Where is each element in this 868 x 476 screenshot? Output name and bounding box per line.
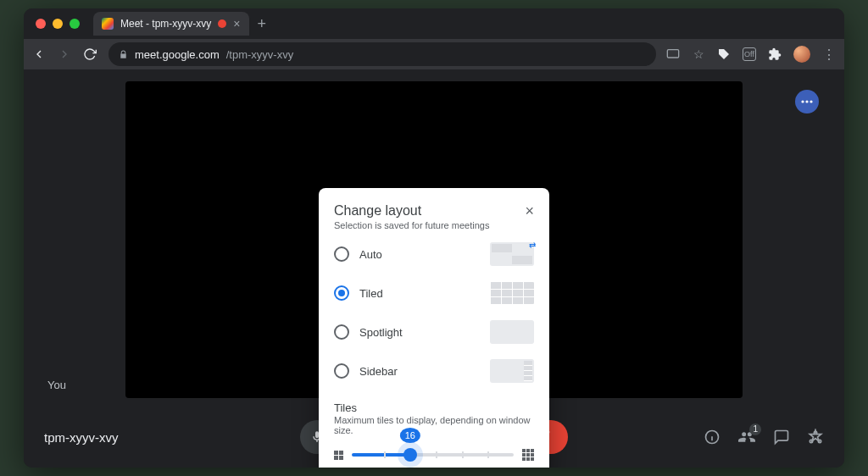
layout-label-auto: Auto bbox=[359, 248, 480, 261]
meeting-code: tpm-xyyv-xvy bbox=[44, 430, 119, 445]
participant-count-badge: 1 bbox=[749, 423, 761, 435]
slider-thumb[interactable] bbox=[398, 442, 423, 468]
radio-sidebar[interactable] bbox=[334, 363, 349, 379]
extensions-puzzle-icon[interactable] bbox=[768, 47, 782, 61]
extension-tag-icon[interactable] bbox=[717, 47, 731, 61]
tiles-heading: Tiles bbox=[334, 401, 534, 414]
right-controls: 1 bbox=[704, 429, 824, 446]
grid-small-icon bbox=[334, 451, 343, 460]
reload-button[interactable] bbox=[83, 47, 98, 61]
address-bar[interactable]: meet.google.com/tpm-xyyv-xvy bbox=[108, 42, 656, 66]
browser-window: Meet - tpm-xyyv-xvy × + meet.google.com/… bbox=[24, 8, 844, 468]
svg-point-2 bbox=[805, 100, 808, 102]
forward-button[interactable] bbox=[58, 47, 73, 61]
layout-label-sidebar: Sidebar bbox=[359, 365, 480, 378]
svg-rect-0 bbox=[667, 50, 678, 58]
preview-auto-icon: ⇄ bbox=[490, 242, 534, 266]
chat-button[interactable] bbox=[773, 429, 790, 446]
tab-close-button[interactable]: × bbox=[233, 17, 240, 30]
radio-auto[interactable] bbox=[334, 246, 349, 262]
grid-large-icon bbox=[522, 449, 534, 461]
activities-button[interactable] bbox=[807, 429, 824, 446]
meet-favicon-icon bbox=[102, 18, 114, 30]
radio-spotlight[interactable] bbox=[334, 324, 349, 340]
install-pwa-icon[interactable] bbox=[666, 47, 680, 61]
layout-option-spotlight[interactable]: Spotlight bbox=[334, 320, 534, 344]
meet-app: You tpm-xyyv-xvy bbox=[24, 69, 844, 468]
layout-options: Auto ⇄ Tiled Spotlight Sidebar bbox=[334, 242, 534, 383]
people-button[interactable]: 1 bbox=[737, 429, 756, 446]
more-options-chip[interactable] bbox=[795, 90, 819, 113]
dialog-title: Change layout bbox=[334, 203, 489, 219]
preview-sidebar-icon bbox=[490, 359, 534, 383]
preview-spotlight-icon bbox=[490, 320, 534, 344]
svg-point-3 bbox=[810, 100, 812, 102]
new-tab-button[interactable]: + bbox=[258, 15, 267, 33]
bookmark-star-icon[interactable]: ☆ bbox=[692, 47, 705, 61]
lock-icon bbox=[119, 50, 128, 59]
chrome-menu-button[interactable]: ⋮ bbox=[822, 47, 836, 63]
meeting-details-button[interactable] bbox=[704, 429, 721, 446]
svg-point-1 bbox=[801, 100, 804, 102]
self-view-label: You bbox=[47, 379, 66, 391]
preview-tiled-icon bbox=[490, 281, 534, 305]
slider-value-bubble: 16 bbox=[400, 428, 420, 443]
browser-toolbar: meet.google.com/tpm-xyyv-xvy ☆ Off ⋮ bbox=[24, 39, 844, 69]
layout-option-tiled[interactable]: Tiled bbox=[334, 281, 534, 305]
radio-tiled[interactable] bbox=[334, 285, 349, 301]
tiles-slider[interactable]: 16 bbox=[352, 453, 514, 457]
traffic-lights bbox=[36, 19, 80, 29]
window-maximize[interactable] bbox=[70, 19, 80, 29]
dialog-close-button[interactable]: × bbox=[525, 203, 534, 219]
browser-tab[interactable]: Meet - tpm-xyyv-xvy × bbox=[93, 12, 249, 36]
tiles-section: Tiles Maximum tiles to display, dependin… bbox=[334, 401, 534, 461]
window-minimize[interactable] bbox=[53, 19, 63, 29]
recording-indicator-icon bbox=[218, 19, 226, 28]
layout-label-spotlight: Spotlight bbox=[359, 326, 480, 339]
url-host: meet.google.com bbox=[135, 48, 220, 61]
tiles-slider-row: 16 bbox=[334, 449, 534, 461]
profile-avatar[interactable] bbox=[793, 46, 810, 63]
layout-option-sidebar[interactable]: Sidebar bbox=[334, 359, 534, 383]
layout-option-auto[interactable]: Auto ⇄ bbox=[334, 242, 534, 266]
tab-title: Meet - tpm-xyyv-xvy bbox=[120, 18, 211, 30]
toolbar-right-icons: ☆ Off ⋮ bbox=[666, 46, 836, 63]
svg-point-12 bbox=[814, 431, 816, 434]
tab-strip: Meet - tpm-xyyv-xvy × + bbox=[24, 8, 844, 39]
extension-off-icon[interactable]: Off bbox=[743, 47, 756, 61]
layout-label-tiled: Tiled bbox=[359, 287, 480, 300]
change-layout-dialog: Change layout Selection is saved for fut… bbox=[319, 188, 549, 468]
dialog-subtitle: Selection is saved for future meetings bbox=[334, 220, 489, 230]
back-button[interactable] bbox=[32, 47, 47, 61]
window-close[interactable] bbox=[36, 19, 46, 29]
url-path: /tpm-xyyv-xvy bbox=[226, 48, 293, 61]
tiles-description: Maximum tiles to display, depending on w… bbox=[334, 415, 534, 435]
